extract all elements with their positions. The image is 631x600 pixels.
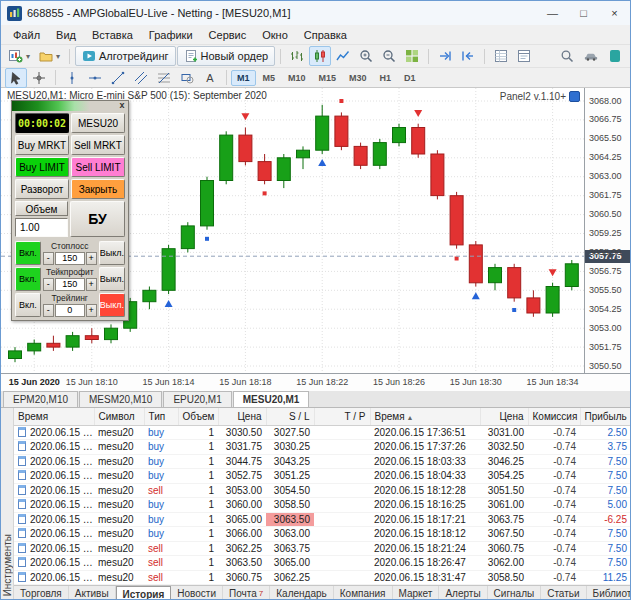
horizontal-line-tool[interactable] xyxy=(84,68,106,88)
reverse-button[interactable]: Разворот xyxy=(15,179,69,199)
new-chart-button[interactable]: ▾ xyxy=(5,46,34,66)
bottom-tab-alerts[interactable]: Алерты xyxy=(439,586,487,600)
history-column-0[interactable]: Время xyxy=(14,408,94,425)
history-column-1[interactable]: Символ xyxy=(94,408,144,425)
takeprofit-on-button[interactable]: Вкл. xyxy=(15,267,41,291)
shapes-tool[interactable] xyxy=(176,68,198,88)
minimize-button[interactable]: — xyxy=(537,1,568,25)
history-row[interactable]: 2020.06.15 …mesu20buy13031.753030.252020… xyxy=(14,440,630,455)
stoploss-minus-button[interactable]: - xyxy=(43,252,54,265)
auto-scroll-button[interactable] xyxy=(434,46,456,66)
chart-tab-MESU20-M1[interactable]: MESU20,M1 xyxy=(233,391,310,407)
panel-symbol-button[interactable]: MESU20 xyxy=(71,113,125,133)
sell-market-button[interactable]: Sell MRKT xyxy=(71,135,125,155)
algo-trading-button[interactable]: Алготрейдинг xyxy=(75,46,175,66)
chart-tab-EPU20-M1[interactable]: EPU20,M1 xyxy=(163,391,231,407)
menu-file[interactable]: Файл xyxy=(5,27,48,43)
timeframe-M10[interactable]: M10 xyxy=(282,70,312,86)
trendline-tool[interactable] xyxy=(107,68,129,88)
crosshair-tool[interactable] xyxy=(28,68,50,88)
history-row[interactable]: 2020.06.15 …mesu20buy13052.753051.252020… xyxy=(14,469,630,484)
bottom-tab-market[interactable]: Маркет xyxy=(393,586,440,600)
chart-area[interactable]: MESU20,M1: Micro E-mini S&P 500 (15): Se… xyxy=(1,88,631,391)
channel-tool[interactable] xyxy=(130,68,152,88)
chart-shift-button[interactable] xyxy=(457,46,479,66)
history-row[interactable]: 2020.06.15 …mesu20buy13065.003063.502020… xyxy=(14,512,630,527)
history-row[interactable]: 2020.06.15 …mesu20sell13063.503065.00202… xyxy=(14,556,630,571)
history-column-8[interactable]: Цена xyxy=(480,408,528,425)
panel-close-icon[interactable]: x xyxy=(116,101,128,111)
menu-help[interactable]: Справка xyxy=(296,27,355,43)
bottom-tab-company[interactable]: Компания xyxy=(334,586,393,600)
search-button[interactable] xyxy=(556,46,578,66)
timeframe-H1[interactable]: H1 xyxy=(374,70,398,86)
bottom-tab-assets[interactable]: Активы xyxy=(69,586,116,600)
new-order-button[interactable]: Новый ордер xyxy=(177,46,276,66)
close-button[interactable]: × xyxy=(599,1,630,25)
history-column-4[interactable]: Цена xyxy=(218,408,266,425)
bottom-tab-mail[interactable]: Почта7 xyxy=(223,586,270,600)
history-row[interactable]: 2020.06.15 …mesu20buy13044.753043.252020… xyxy=(14,454,630,469)
chart-tab-MESM20-M10[interactable]: MESM20,M10 xyxy=(79,391,162,407)
trailing-minus-button[interactable]: - xyxy=(43,304,54,317)
menu-charts[interactable]: Графики xyxy=(141,27,201,43)
toolbox-side-tab[interactable]: Инструменты xyxy=(1,408,14,600)
breakeven-button[interactable]: БУ xyxy=(70,201,125,237)
candles-chart-button[interactable] xyxy=(309,46,331,66)
trailing-on-button[interactable]: Вкл. xyxy=(15,293,41,317)
trailing-plus-button[interactable]: + xyxy=(86,304,97,317)
history-column-10[interactable]: Прибыль xyxy=(580,408,630,425)
price-axis[interactable]: 3057.75 3068.003066.753065.503064.253063… xyxy=(584,88,631,373)
data-window-button[interactable] xyxy=(490,46,512,66)
trailing-value[interactable]: 0 xyxy=(55,304,85,317)
history-row[interactable]: 2020.06.15 …mesu20buy13030.503027.502020… xyxy=(14,425,630,440)
timeframe-M1[interactable]: M1 xyxy=(231,70,256,86)
bottom-tab-history[interactable]: История xyxy=(116,586,172,600)
close-position-button[interactable]: Закрыть xyxy=(71,179,125,199)
fibonacci-tool[interactable] xyxy=(153,68,175,88)
takeprofit-value[interactable]: 150 xyxy=(55,278,85,291)
history-row[interactable]: 2020.06.15 …mesu20buy13060.003058.502020… xyxy=(14,498,630,513)
zoom-out-button[interactable] xyxy=(378,46,400,66)
cursor-tool[interactable] xyxy=(5,68,27,88)
vertical-line-tool[interactable] xyxy=(61,68,83,88)
line-chart-button[interactable] xyxy=(332,46,354,66)
zoom-in-button[interactable] xyxy=(355,46,377,66)
bottom-tab-signals[interactable]: Сигналы xyxy=(488,586,542,600)
takeprofit-off-button[interactable]: Выкл. xyxy=(99,267,125,291)
buy-limit-button[interactable]: Buy LIMIT xyxy=(15,157,69,177)
profiles-button[interactable]: ▾ xyxy=(35,46,64,66)
history-row[interactable]: 2020.06.15 …mesu20sell13053.003054.50202… xyxy=(14,483,630,498)
history-row[interactable]: 2020.06.15 …mesu20sell13060.753062.25202… xyxy=(14,570,630,585)
buy-market-button[interactable]: Buy MRKT xyxy=(15,135,69,155)
navigator-button[interactable] xyxy=(513,46,535,66)
menu-tools[interactable]: Сервис xyxy=(201,27,255,43)
bottom-tab-articles[interactable]: Статьи xyxy=(541,586,586,600)
trailing-off-button[interactable]: Выкл. xyxy=(99,293,125,317)
sell-limit-button[interactable]: Sell LIMIT xyxy=(71,157,125,177)
chart-tab-EPM20-M10[interactable]: EPM20,M10 xyxy=(3,391,78,407)
time-axis[interactable]: 15 Jun 202015 Jun 18:1015 Jun 18:1415 Ju… xyxy=(1,373,631,391)
timeframe-D1[interactable]: D1 xyxy=(398,70,422,86)
takeprofit-minus-button[interactable]: - xyxy=(43,278,54,291)
trade-panel-titlebar[interactable]: x xyxy=(12,101,128,111)
stoploss-on-button[interactable]: Вкл. xyxy=(15,241,41,265)
history-column-7[interactable]: Время ▲ xyxy=(370,408,480,425)
history-column-9[interactable]: Комиссия xyxy=(528,408,580,425)
history-column-6[interactable]: T / P xyxy=(314,408,370,425)
bottom-tab-calendar[interactable]: Календарь xyxy=(270,586,333,600)
stoploss-off-button[interactable]: Выкл. xyxy=(99,241,125,265)
text-tool[interactable]: A xyxy=(199,68,221,88)
timeframe-M30[interactable]: M30 xyxy=(343,70,373,86)
timeframe-M5[interactable]: M5 xyxy=(257,70,282,86)
history-column-3[interactable]: Объем xyxy=(178,408,218,425)
bottom-tab-library[interactable]: Библиотека xyxy=(587,586,630,600)
history-row[interactable]: 2020.06.15 …mesu20buy13066.003063.002020… xyxy=(14,527,630,542)
bars-chart-button[interactable] xyxy=(286,46,308,66)
bottom-tab-trade[interactable]: Торговля xyxy=(14,586,69,600)
connection-status-button[interactable] xyxy=(604,46,626,66)
community-button[interactable] xyxy=(580,46,602,66)
maximize-button[interactable]: □ xyxy=(568,1,599,25)
history-column-5[interactable]: S / L xyxy=(266,408,314,425)
history-row[interactable]: 2020.06.15 …mesu20sell13062.253063.75202… xyxy=(14,541,630,556)
